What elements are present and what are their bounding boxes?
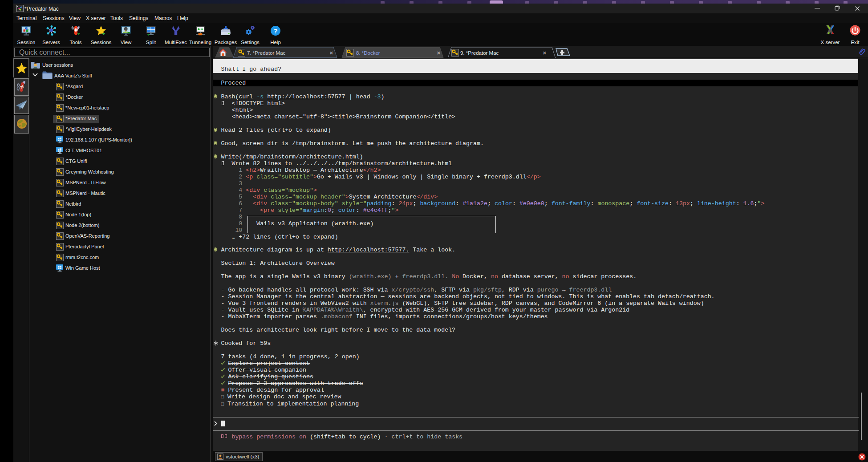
svg-text:?: ? [273,27,277,35]
